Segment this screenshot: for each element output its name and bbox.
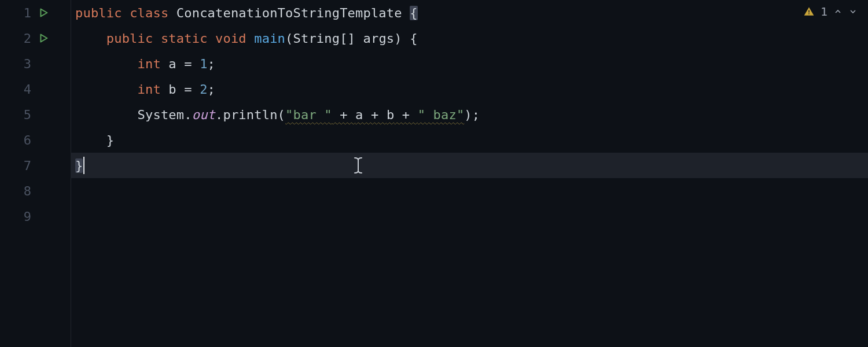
editor-gutter: 123456789: [0, 0, 71, 347]
code-line[interactable]: }: [71, 153, 868, 178]
svg-rect-1: [808, 13, 810, 14]
code-token: " baz": [418, 108, 465, 122]
run-gutter-icon[interactable]: [37, 6, 50, 19]
code-token: .: [184, 108, 192, 122]
code-token: ;: [208, 57, 215, 71]
gutter-row: 2: [0, 25, 71, 51]
code-token: System: [138, 108, 185, 122]
gutter-row: 3: [0, 51, 71, 76]
indent: [75, 108, 138, 122]
code-token: public: [75, 6, 130, 20]
line-number: 2: [14, 31, 31, 46]
code-token: (: [285, 31, 293, 46]
code-line[interactable]: }: [71, 127, 868, 153]
code-area[interactable]: public class ConcatenationToStringTempla…: [71, 0, 868, 347]
indent: [75, 133, 106, 147]
code-token: args: [363, 31, 395, 46]
code-token: ConcatenationToStringTemplate: [176, 6, 410, 20]
line-number: 1: [14, 6, 31, 20]
svg-rect-0: [808, 10, 810, 13]
code-token: .: [215, 108, 223, 122]
gutter-row: 8: [0, 178, 71, 204]
code-token: 2: [200, 82, 207, 97]
code-token: b: [387, 108, 394, 122]
code-token: a: [355, 108, 363, 122]
code-line[interactable]: public static void main(String[] args) {: [71, 25, 868, 51]
code-token: out: [192, 108, 215, 122]
next-highlight-button[interactable]: [848, 7, 858, 16]
code-line[interactable]: int b = 2;: [71, 76, 868, 102]
code-token: "bar ": [285, 108, 332, 122]
code-token: 1: [200, 57, 207, 71]
gutter-row: 7: [0, 153, 71, 178]
code-token: ;: [208, 82, 215, 97]
code-token: void: [215, 31, 254, 46]
indent: [75, 82, 138, 97]
code-token: int: [138, 57, 169, 71]
code-token: }: [106, 133, 114, 147]
code-token: ) {: [394, 31, 417, 46]
code-token: b: [168, 82, 184, 97]
line-number: 6: [14, 133, 31, 147]
line-number: 5: [14, 108, 31, 122]
code-token: );: [464, 108, 480, 122]
code-token: +: [363, 108, 387, 122]
line-number: 8: [14, 184, 31, 198]
code-token: =: [184, 57, 200, 71]
code-line[interactable]: System.out.println("bar " + a + b + " ba…: [71, 102, 868, 127]
code-token: =: [184, 82, 200, 97]
line-number: 7: [14, 158, 31, 173]
code-token: []: [340, 31, 363, 46]
code-line[interactable]: [71, 204, 868, 229]
code-token: }: [75, 158, 83, 173]
line-number: 3: [14, 57, 31, 71]
code-token: println: [223, 108, 277, 122]
gutter-row: 6: [0, 127, 71, 153]
warning-count: 1: [821, 5, 827, 19]
code-token: +: [394, 108, 417, 122]
warning-icon: [803, 6, 815, 17]
code-token: class: [130, 6, 176, 20]
gutter-row: 9: [0, 204, 71, 229]
code-line[interactable]: [71, 178, 868, 204]
ibeam-cursor-icon: [353, 157, 363, 177]
inspection-widget[interactable]: 1: [803, 5, 858, 19]
gutter-row: 1: [0, 0, 71, 25]
code-token: (: [278, 108, 285, 122]
code-line[interactable]: int a = 1;: [71, 51, 868, 76]
code-token: main: [254, 31, 285, 46]
line-number: 9: [14, 209, 31, 224]
code-line[interactable]: public class ConcatenationToStringTempla…: [71, 0, 868, 25]
code-token: {: [410, 6, 417, 20]
code-token: public: [106, 31, 161, 46]
text-caret: [83, 157, 84, 174]
line-number: 4: [14, 82, 31, 97]
run-gutter-icon[interactable]: [37, 32, 50, 45]
code-editor: 123456789 public class ConcatenationToSt…: [0, 0, 868, 347]
indent: [75, 57, 138, 71]
gutter-row: 5: [0, 102, 71, 127]
prev-highlight-button[interactable]: [833, 7, 843, 16]
gutter-row: 4: [0, 76, 71, 102]
code-token: +: [332, 108, 355, 122]
code-token: static: [161, 31, 215, 46]
code-token: int: [138, 82, 169, 97]
indent: [75, 31, 106, 46]
code-token: a: [168, 57, 184, 71]
code-token: String: [293, 31, 340, 46]
